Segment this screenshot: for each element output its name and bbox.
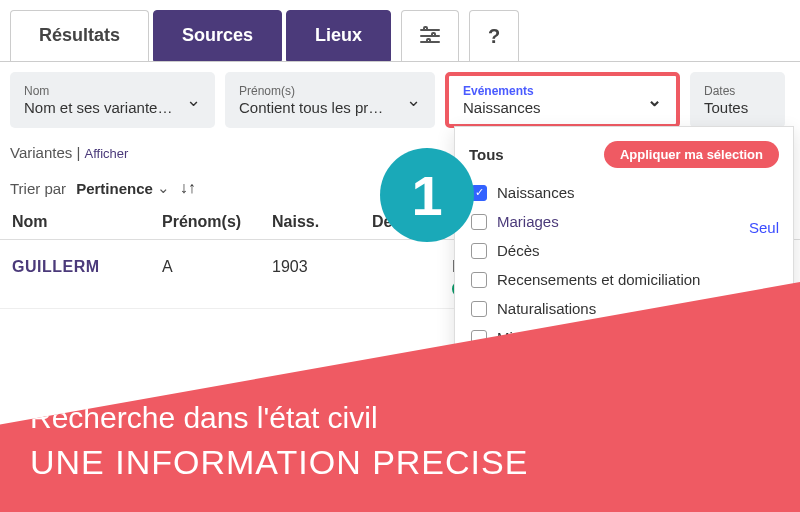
filter-prenom[interactable]: Prénom(s) Contient tous les pr… ⌄ [225, 72, 435, 128]
col-naiss: Naiss. [272, 213, 372, 231]
option-label: Naturalisations [497, 300, 596, 317]
help-tab[interactable]: ? [469, 10, 519, 61]
checkbox-icon[interactable] [471, 214, 487, 230]
tab-resultats[interactable]: Résultats [10, 10, 149, 61]
filter-evenements[interactable]: Evénements Naissances ⌄ [445, 72, 680, 128]
filter-evenements-value: Naissances [463, 99, 541, 116]
seul-link[interactable]: Seul [749, 219, 779, 236]
cell-naiss: 1903 [272, 258, 372, 276]
filter-nom[interactable]: Nom Nom et ses variante… ⌄ [10, 72, 215, 128]
filter-dates-value: Toutes [704, 99, 748, 116]
filter-nom-value: Nom et ses variante… [24, 99, 172, 116]
chevron-down-icon: ⌄ [157, 179, 170, 197]
sort-label: Trier par [10, 180, 66, 197]
cell-nom: GUILLERM [12, 258, 162, 276]
sliders-icon [420, 27, 440, 45]
divider: | [76, 144, 84, 161]
tab-sources[interactable]: Sources [153, 10, 282, 61]
filter-prenom-label: Prénom(s) [239, 84, 383, 98]
option-label: Mariages [497, 213, 559, 230]
chevron-down-icon: ⌄ [186, 89, 201, 111]
variants-label: Variantes [10, 144, 72, 161]
cell-prenom: A [162, 258, 272, 276]
sort-mode-value: Pertinence [76, 180, 153, 197]
option-label: Naissances [497, 184, 575, 201]
filter-prenom-value: Contient tous les pr… [239, 99, 383, 116]
dropdown-option[interactable]: ✓ Naissances [471, 184, 777, 201]
tab-lieux[interactable]: Lieux [286, 10, 391, 61]
dropdown-option[interactable]: Décès [471, 242, 777, 259]
option-label: Recensements et domiciliation [497, 271, 700, 288]
banner-line2: UNE INFORMATION PRECISE [30, 443, 770, 482]
filter-dates[interactable]: Dates Toutes [690, 72, 785, 128]
checkbox-icon[interactable] [471, 301, 487, 317]
step-badge: 1 [380, 148, 474, 242]
tabs-bar: Résultats Sources Lieux ? [0, 0, 800, 61]
chevron-down-icon: ⌄ [647, 89, 662, 111]
banner-line1: Recherche dans l'état civil [30, 401, 770, 435]
filter-dates-label: Dates [704, 84, 748, 98]
filter-evenements-label: Evénements [463, 84, 541, 98]
variants-show-link[interactable]: Afficher [85, 146, 129, 161]
option-label: Décès [497, 242, 540, 259]
apply-selection-button[interactable]: Appliquer ma sélection [604, 141, 779, 168]
dropdown-tous[interactable]: Tous [469, 146, 504, 163]
col-nom: Nom [12, 213, 162, 231]
col-prenom: Prénom(s) [162, 213, 272, 231]
dropdown-option[interactable]: Mariages [471, 213, 777, 230]
sort-direction-icon[interactable] [180, 179, 198, 197]
promo-banner: Recherche dans l'état civil UNE INFORMAT… [0, 282, 800, 512]
chevron-down-icon: ⌄ [406, 89, 421, 111]
dropdown-option[interactable]: Recensements et domiciliation [471, 271, 777, 288]
filter-nom-label: Nom [24, 84, 172, 98]
filters-icon-tab[interactable] [401, 10, 459, 61]
checkbox-icon[interactable] [471, 272, 487, 288]
sort-mode-select[interactable]: Pertinence ⌄ [76, 179, 170, 197]
checkbox-icon[interactable] [471, 243, 487, 259]
